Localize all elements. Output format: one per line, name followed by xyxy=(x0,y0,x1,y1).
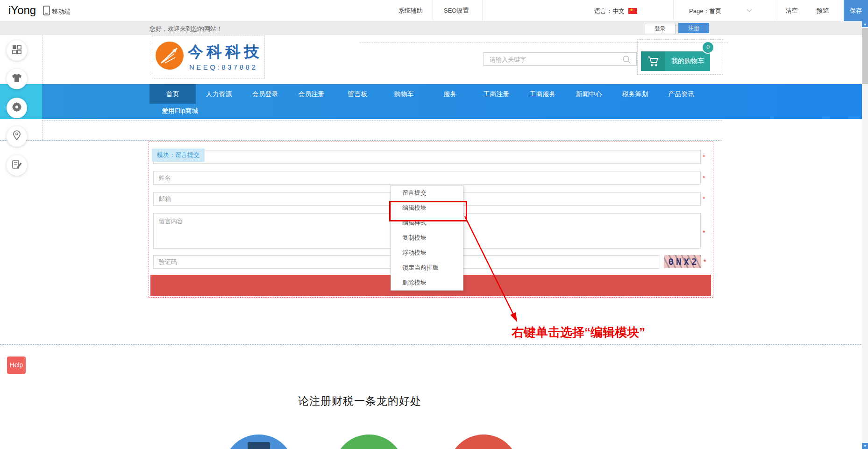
nav-item[interactable]: 服务 xyxy=(427,84,473,104)
nav-item-flip-mall[interactable]: 爱用Flip商城 xyxy=(149,107,211,114)
divider xyxy=(433,0,433,21)
mobile-icon xyxy=(43,9,52,17)
required-mark: * xyxy=(703,174,705,182)
nav-item[interactable]: 会员注册 xyxy=(288,84,334,104)
sidebar-edit-button[interactable] xyxy=(7,155,27,176)
site-logo[interactable]: 今科科技 NEEQ:837882 xyxy=(152,36,265,78)
highlight-red-box xyxy=(389,201,467,221)
help-button[interactable]: Help xyxy=(7,356,26,374)
divider xyxy=(777,0,777,21)
mobile-label: 移动端 xyxy=(52,8,70,15)
layout-dashed-line xyxy=(0,140,722,141)
cn-flag-icon: ★ xyxy=(628,8,637,14)
preview-button[interactable]: 预览 xyxy=(817,7,829,15)
annotation-text: 右键单击选择“编辑模块” xyxy=(512,324,661,341)
location-pin-icon xyxy=(12,130,21,143)
nav-item[interactable]: 人力资源 xyxy=(196,84,242,104)
nav-item[interactable]: 工商注册 xyxy=(473,84,519,104)
feature-circle-blue xyxy=(223,435,294,449)
nav-item-home[interactable]: 首页 xyxy=(149,84,196,104)
module-tag: 模块：留言提交 xyxy=(152,149,205,162)
nav-item[interactable]: 留言板 xyxy=(334,84,381,104)
divider xyxy=(482,0,483,21)
sidebar-settings-button[interactable] xyxy=(7,98,27,118)
sidebar-modules-button[interactable] xyxy=(7,40,27,61)
brand-neeq-code: NEEQ:837882 xyxy=(189,63,257,71)
context-menu-item-module-name[interactable]: 留言提交 xyxy=(391,185,463,200)
cart-label: 我的购物车 xyxy=(665,51,710,71)
required-mark: * xyxy=(703,229,705,236)
required-mark: * xyxy=(704,258,706,265)
language-label: 语言：中文 xyxy=(594,7,625,14)
required-mark: * xyxy=(703,153,705,161)
captcha-text: 0NX2 xyxy=(669,257,699,267)
nav-item[interactable]: 新闻中心 xyxy=(566,84,612,104)
scrollbar-thumb[interactable] xyxy=(862,28,868,84)
nav-item[interactable]: 会员登录 xyxy=(242,84,288,104)
sidebar-location-button[interactable] xyxy=(7,126,27,147)
system-help-link[interactable]: 系统辅助 xyxy=(398,7,423,15)
search-icon[interactable] xyxy=(622,55,631,66)
nav-item[interactable]: 税务筹划 xyxy=(612,84,658,104)
edit-note-icon xyxy=(11,159,22,171)
mobile-toggle[interactable]: 移动端 xyxy=(43,6,70,17)
editor-topbar: iYong 移动端 系统辅助 SEO设置 语言：中文 ★ Page：首页 清空 … xyxy=(0,0,868,21)
form-field-name[interactable] xyxy=(153,171,701,185)
tshirt-icon xyxy=(11,73,22,85)
nav-row-1: 首页 人力资源 会员登录 会员注册 留言板 购物车 服务 工商注册 工商服务 新… xyxy=(149,84,704,104)
required-mark: * xyxy=(703,195,705,203)
search-box xyxy=(484,52,637,66)
layout-dashed-line xyxy=(42,21,43,140)
scroll-up-icon[interactable]: ▲ xyxy=(862,21,868,27)
page-label: Page：首页 xyxy=(689,7,721,14)
iyong-logo: iYong xyxy=(8,4,36,17)
register-button[interactable]: 注册 xyxy=(678,23,709,33)
section-heading: 论注册财税一条龙的好处 xyxy=(196,394,523,408)
editor-page: iYong 移动端 系统辅助 SEO设置 语言：中文 ★ Page：首页 清空 … xyxy=(0,0,868,449)
brand-name: 今科科技 xyxy=(188,42,263,63)
annotation-arrow xyxy=(460,213,526,329)
context-menu-item-lock-layout[interactable]: 锁定当前排版 xyxy=(391,260,463,275)
context-menu-item-copy-module[interactable]: 复制模块 xyxy=(391,230,463,245)
captcha-image[interactable]: 0NX2 xyxy=(664,255,701,268)
cart-button[interactable]: 我的购物车 xyxy=(641,51,710,71)
welcome-greeting: 您好，欢迎来到您的网站！ xyxy=(149,25,222,33)
context-menu-item-delete-module[interactable]: 删除模块 xyxy=(391,275,463,290)
language-selector[interactable]: 语言：中文 ★ xyxy=(594,7,637,15)
cart-count-badge: 0 xyxy=(702,41,714,54)
seo-settings-link[interactable]: SEO设置 xyxy=(444,7,469,15)
nav-item[interactable]: 购物车 xyxy=(381,84,427,104)
clear-button[interactable]: 清空 xyxy=(786,7,798,15)
layout-dashed-line xyxy=(42,121,722,121)
logo-mark-icon xyxy=(156,42,184,70)
nav-item[interactable]: 工商服务 xyxy=(519,84,566,104)
gear-icon xyxy=(11,101,22,114)
save-button[interactable]: 保存 xyxy=(844,0,868,21)
scroll-down-icon[interactable]: ▼ xyxy=(862,443,868,449)
page-selector[interactable]: Page：首页 xyxy=(689,7,721,15)
divider xyxy=(673,0,674,21)
scrollbar-track[interactable] xyxy=(862,21,868,449)
feature-circle-red xyxy=(448,435,519,449)
nav-row-2: 爱用Flip商城 xyxy=(149,104,211,119)
context-menu-item-float-module[interactable]: 浮动模块 xyxy=(391,245,463,260)
cart-icon xyxy=(641,51,665,71)
feature-circle-green xyxy=(334,435,405,449)
layout-dashed-line xyxy=(0,344,868,345)
form-field-title[interactable] xyxy=(153,150,701,164)
welcome-bar: 您好，欢迎来到您的网站！ 登录 注册 xyxy=(0,21,868,35)
feature-circle-icon xyxy=(248,442,270,449)
sidebar-theme-button[interactable] xyxy=(7,69,27,89)
search-input[interactable] xyxy=(484,53,626,66)
login-button[interactable]: 登录 xyxy=(645,23,676,34)
grid-icon xyxy=(12,44,22,57)
chevron-down-icon[interactable] xyxy=(747,9,752,13)
nav-item[interactable]: 产品资讯 xyxy=(658,84,704,104)
